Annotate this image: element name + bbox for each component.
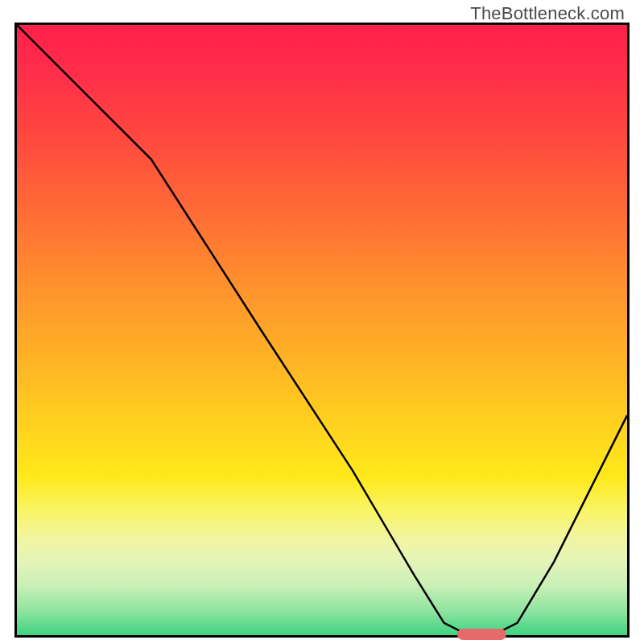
bottleneck-curve — [17, 25, 627, 635]
curve-layer — [17, 25, 627, 635]
plot-area — [14, 23, 630, 638]
watermark-text: TheBottleneck.com — [470, 3, 625, 24]
optimal-range-marker — [457, 629, 506, 640]
